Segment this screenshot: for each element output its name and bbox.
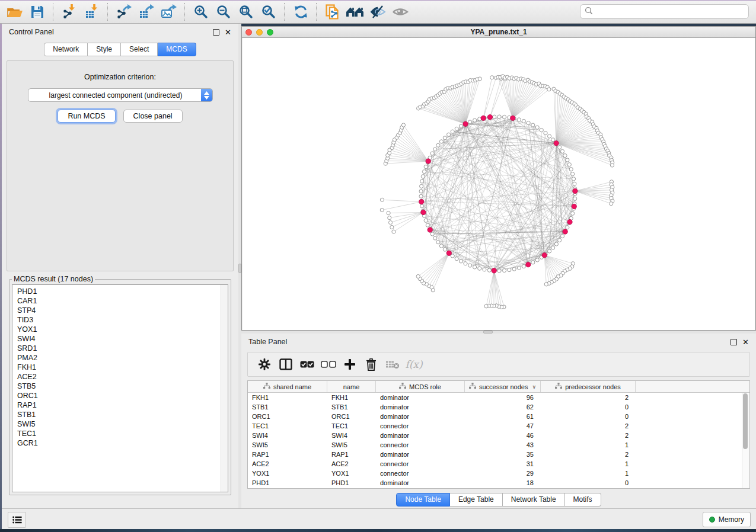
- graph-mcds-node[interactable]: [563, 229, 567, 234]
- graph-mcds-node[interactable]: [426, 159, 430, 164]
- graph-leaf-node[interactable]: [392, 230, 395, 233]
- mcds-result-item[interactable]: STB1: [17, 410, 223, 419]
- mcds-result-item[interactable]: YOX1: [17, 325, 223, 334]
- graph-node[interactable]: [497, 115, 501, 118]
- graph-node[interactable]: [451, 130, 454, 133]
- close-panel-icon[interactable]: ✕: [742, 339, 749, 345]
- table-scrollbar-thumb[interactable]: [743, 393, 748, 449]
- zoom-out-icon[interactable]: [212, 2, 235, 21]
- graph-leaf-node[interactable]: [387, 211, 390, 214]
- graph-mcds-node[interactable]: [542, 253, 547, 258]
- graph-node[interactable]: [517, 266, 521, 270]
- graph-node[interactable]: [468, 264, 472, 267]
- graph-node[interactable]: [573, 197, 577, 200]
- table-tab-node-table[interactable]: Node Table: [396, 493, 450, 507]
- graph-mcds-node[interactable]: [511, 116, 515, 120]
- graph-node[interactable]: [502, 115, 506, 118]
- graph-mcds-node[interactable]: [573, 188, 578, 193]
- zoom-fit-icon[interactable]: [235, 2, 257, 21]
- graph-mcds-node[interactable]: [492, 268, 496, 273]
- graph-leaf-node[interactable]: [388, 216, 391, 220]
- graph-leaf-node[interactable]: [610, 202, 613, 206]
- run-mcds-button[interactable]: Run MCDS: [58, 110, 115, 123]
- graph-node[interactable]: [560, 234, 564, 238]
- graph-node[interactable]: [551, 246, 555, 249]
- tab-select[interactable]: Select: [121, 43, 158, 56]
- graph-node[interactable]: [426, 223, 429, 227]
- graph-node[interactable]: [436, 241, 440, 244]
- task-history-button[interactable]: [8, 512, 26, 528]
- table-row[interactable]: TEC1TEC1connector472: [248, 421, 749, 431]
- search-input[interactable]: [596, 7, 744, 17]
- graph-node[interactable]: [468, 120, 472, 124]
- graph-node[interactable]: [569, 168, 573, 171]
- select-all-icon[interactable]: [296, 355, 318, 374]
- graph-leaf-node[interactable]: [490, 76, 494, 79]
- graph-leaf-node[interactable]: [547, 88, 551, 91]
- float-panel-icon[interactable]: [731, 339, 737, 345]
- graph-node[interactable]: [433, 148, 437, 151]
- graph-node[interactable]: [566, 158, 569, 162]
- graph-leaf-node[interactable]: [484, 305, 488, 308]
- graph-node[interactable]: [540, 129, 543, 132]
- graph-node[interactable]: [522, 264, 525, 268]
- first-neighbors-icon[interactable]: [344, 2, 366, 21]
- graph-node[interactable]: [497, 269, 501, 273]
- column-header-name[interactable]: name: [327, 381, 376, 392]
- graph-node[interactable]: [439, 244, 443, 248]
- graph-leaf-node[interactable]: [380, 208, 384, 211]
- graph-mcds-node[interactable]: [446, 251, 451, 255]
- graph-node[interactable]: [430, 152, 434, 155]
- mcds-result-item[interactable]: STB5: [17, 382, 223, 391]
- graph-node[interactable]: [535, 258, 539, 262]
- add-icon[interactable]: [339, 355, 361, 374]
- graph-node[interactable]: [447, 133, 451, 136]
- graph-node[interactable]: [483, 268, 486, 271]
- graph-node[interactable]: [554, 242, 558, 246]
- table-tab-edge-table[interactable]: Edge Table: [450, 493, 503, 507]
- graph-mcds-node[interactable]: [572, 204, 576, 209]
- graph-node[interactable]: [487, 268, 491, 272]
- graph-node[interactable]: [419, 194, 423, 198]
- mcds-result-item[interactable]: GCR1: [17, 438, 223, 448]
- graph-mcds-node[interactable]: [554, 141, 559, 146]
- optimization-criterion-select[interactable]: largest connected component (undirected): [28, 88, 213, 102]
- mcds-result-item[interactable]: SWI4: [17, 334, 223, 344]
- graph-leaf-node[interactable]: [544, 283, 548, 286]
- tab-style[interactable]: Style: [88, 43, 121, 56]
- graph-node[interactable]: [420, 204, 424, 208]
- graph-node[interactable]: [531, 261, 535, 264]
- graph-node[interactable]: [571, 211, 575, 215]
- graph-node[interactable]: [424, 165, 428, 169]
- graph-node[interactable]: [522, 119, 525, 123]
- graph-node[interactable]: [459, 124, 462, 128]
- graph-node[interactable]: [563, 154, 567, 158]
- graph-node[interactable]: [508, 268, 511, 272]
- memory-button[interactable]: Memory: [703, 512, 751, 527]
- mcds-result-item[interactable]: SRD1: [17, 344, 223, 353]
- graph-node[interactable]: [420, 180, 424, 183]
- graph-mcds-node[interactable]: [481, 116, 486, 120]
- mcds-result-item[interactable]: TID3: [17, 315, 223, 325]
- zoom-selected-icon[interactable]: [257, 2, 280, 21]
- table-row[interactable]: PHD1PHD1dominator180: [248, 478, 749, 488]
- graph-mcds-node[interactable]: [428, 227, 432, 232]
- table-row[interactable]: SWI4SWI4dominator462: [248, 431, 749, 440]
- export-network-icon[interactable]: [113, 2, 135, 21]
- graph-node[interactable]: [572, 177, 575, 181]
- mcds-result-item[interactable]: ACE2: [17, 372, 223, 382]
- tab-network[interactable]: Network: [44, 43, 88, 56]
- graph-node[interactable]: [439, 140, 443, 143]
- graph-mcds-node[interactable]: [487, 115, 492, 120]
- import-network-icon[interactable]: [58, 2, 81, 21]
- graph-mcds-node[interactable]: [463, 121, 468, 126]
- import-table-icon[interactable]: [81, 2, 103, 21]
- graph-node[interactable]: [424, 219, 428, 222]
- table-row[interactable]: FKH1FKH1dominator962: [248, 393, 749, 402]
- graph-node[interactable]: [419, 190, 423, 193]
- hide-selected-icon[interactable]: [366, 2, 389, 21]
- graph-node[interactable]: [478, 267, 481, 270]
- graph-node[interactable]: [512, 267, 516, 271]
- search-box[interactable]: [580, 4, 749, 19]
- graph-node[interactable]: [464, 262, 467, 265]
